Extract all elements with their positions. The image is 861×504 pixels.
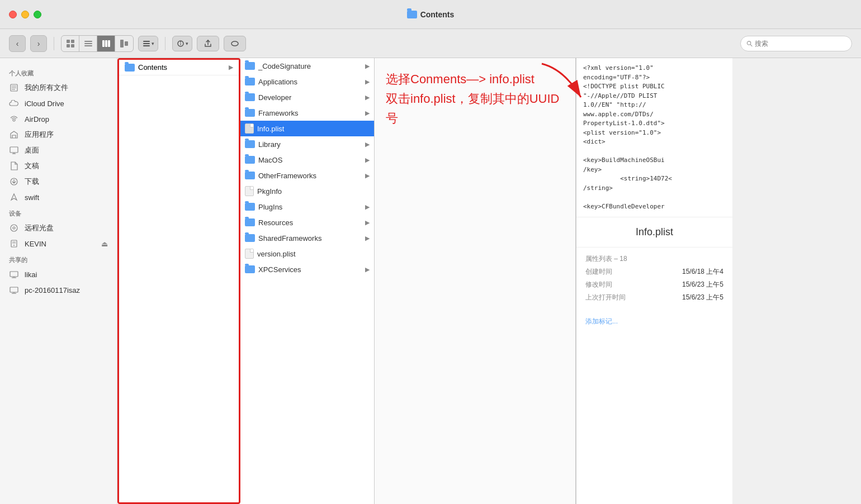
folder-icon [245, 172, 255, 179]
item-arrow: ▶ [365, 156, 370, 164]
item-library[interactable]: Library ▶ [240, 136, 374, 152]
tag-button[interactable] [224, 36, 246, 51]
add-tag-button[interactable]: 添加标记... [576, 312, 732, 331]
sidebar-item-airdrop[interactable]: AirDrop [0, 111, 117, 127]
sidebar-item-all-files[interactable]: 我的所有文件 [0, 80, 117, 96]
sidebar-item-remote-disc[interactable]: 远程光盘 [0, 220, 117, 236]
sidebar-label-apps: 应用程序 [25, 130, 54, 140]
meta-created-row: 创建时间 15/6/18 上午4 [585, 267, 723, 277]
sidebar-item-desktop[interactable]: 桌面 [0, 142, 117, 158]
svg-rect-0 [67, 40, 70, 43]
item-applications[interactable]: Applications ▶ [240, 74, 374, 89]
item-codesignature[interactable]: _CodeSignature ▶ [240, 58, 374, 74]
annotation-arrow [531, 58, 598, 114]
sidebar-item-downloads[interactable]: 下载 [0, 174, 117, 189]
sidebar-item-swift[interactable]: swift [0, 189, 117, 205]
desktop-icon [9, 145, 19, 155]
maximize-button[interactable] [34, 11, 41, 18]
item-plugins[interactable]: PlugIns ▶ [240, 199, 374, 215]
sidebar: 个人收藏 我的所有文件 iCloud Drive [0, 58, 117, 504]
toolbar-separator [54, 37, 54, 50]
minimize-button[interactable] [21, 11, 29, 18]
window-title: Contents [407, 10, 455, 19]
created-value: 15/6/18 上午4 [682, 267, 723, 277]
svg-rect-3 [71, 44, 74, 47]
arrange-button[interactable]: ▾ [138, 36, 158, 51]
sidebar-item-icloud[interactable]: iCloud Drive [0, 96, 117, 111]
contents-header-label: Contents [138, 63, 167, 72]
item-resources[interactable]: Resources ▶ [240, 215, 374, 230]
forward-button[interactable]: › [30, 35, 47, 52]
opened-value: 15/6/23 上午5 [682, 293, 723, 302]
svg-rect-26 [10, 147, 18, 153]
svg-rect-17 [180, 43, 181, 45]
folder-icon [245, 156, 255, 164]
close-button[interactable] [9, 11, 17, 18]
folder-icon [245, 140, 255, 148]
item-macos[interactable]: MacOS ▶ [240, 152, 374, 168]
downloads-icon [9, 177, 19, 187]
traffic-lights [9, 11, 41, 18]
back-button[interactable]: ‹ [9, 35, 26, 52]
item-label: Resources [258, 218, 293, 227]
sidebar-label-desktop: 桌面 [25, 145, 39, 155]
search-input[interactable] [755, 40, 846, 47]
item-otherframeworks[interactable]: OtherFrameworks ▶ [240, 168, 374, 183]
folder-icon [245, 78, 255, 85]
item-arrow: ▶ [365, 266, 370, 273]
view-icons-button[interactable] [62, 36, 79, 51]
meta-opened-row: 上次打开时间 15/6/23 上午5 [585, 293, 723, 302]
item-xpcservices[interactable]: XPCServices ▶ [240, 261, 374, 277]
item-label: Frameworks [258, 109, 299, 117]
title-bar: Contents [0, 0, 861, 29]
likai-icon [9, 269, 19, 279]
svg-point-25 [13, 119, 15, 121]
folder-icon [245, 265, 255, 273]
sidebar-label-all-files: 我的所有文件 [25, 83, 68, 93]
action-button[interactable]: ▾ [172, 36, 192, 51]
item-frameworks[interactable]: Frameworks ▶ [240, 105, 374, 121]
svg-point-18 [231, 41, 238, 46]
folder-icon [245, 218, 255, 226]
view-column-button[interactable] [97, 36, 115, 51]
item-versionplist[interactable]: version.plist [240, 246, 374, 261]
view-list-button[interactable] [79, 36, 97, 51]
title-folder-icon [407, 11, 417, 18]
kevin-icon [9, 239, 19, 249]
annotation-area: 选择Conments—> info.plist 双击info.plist，复制其… [375, 58, 576, 504]
personal-section-title: 个人收藏 [0, 65, 117, 80]
svg-rect-8 [105, 40, 107, 47]
item-arrow: ▶ [365, 203, 370, 211]
sidebar-item-kevin[interactable]: KEVIN ⏏ [0, 236, 117, 251]
item-label: PkgInfo [257, 187, 282, 196]
icloud-icon [9, 98, 19, 108]
sidebar-label-downloads: 下载 [25, 177, 39, 187]
item-developer[interactable]: Developer ▶ [240, 89, 374, 105]
remote-disc-icon [9, 223, 19, 233]
contents-folder-icon [125, 64, 135, 72]
svg-rect-6 [84, 45, 92, 46]
view-cover-button[interactable] [115, 36, 133, 51]
file-browser: Contents ▶ _CodeSignature ▶ Applications… [117, 58, 861, 504]
search-box[interactable] [740, 36, 852, 51]
modified-label: 修改时间 [585, 280, 612, 289]
eject-button[interactable]: ⏏ [101, 240, 108, 248]
item-arrow: ▶ [365, 235, 370, 242]
item-sharedframeworks[interactable]: SharedFrameworks ▶ [240, 230, 374, 246]
share-button[interactable] [197, 36, 219, 51]
sidebar-label-kevin: KEVIN [25, 240, 46, 248]
svg-rect-4 [84, 41, 92, 42]
item-pkginfo[interactable]: PkgInfo [240, 183, 374, 199]
devices-section-title: 设备 [0, 205, 117, 220]
file-icon [245, 186, 254, 196]
sidebar-item-likai[interactable]: likai [0, 267, 117, 282]
opened-label: 上次打开时间 [585, 293, 626, 302]
sidebar-item-pc[interactable]: pc-20160117isaz [0, 282, 117, 298]
item-label: PlugIns [258, 203, 282, 211]
sidebar-item-documents[interactable]: 文稿 [0, 158, 117, 174]
sidebar-item-apps[interactable]: 应用程序 [0, 127, 117, 142]
item-infoplist[interactable]: Info.plist [240, 121, 374, 136]
svg-rect-5 [84, 43, 92, 44]
sidebar-label-likai: likai [25, 270, 37, 279]
folder-icon [245, 93, 255, 101]
